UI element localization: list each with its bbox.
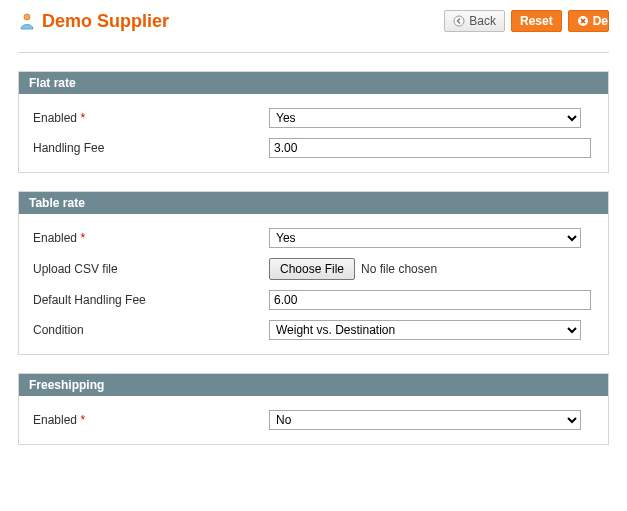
field-table-default-handling: Default Handling Fee bbox=[33, 290, 594, 310]
reset-button[interactable]: Reset bbox=[511, 10, 562, 32]
field-free-enabled: Enabled * No bbox=[33, 410, 594, 430]
value-flat-enabled: Yes bbox=[269, 108, 581, 128]
section-freeshipping: Freeshipping Enabled * No bbox=[18, 373, 609, 445]
label-text-table-enabled: Enabled bbox=[33, 231, 77, 245]
section-header-table-rate: Table rate bbox=[19, 192, 608, 214]
value-free-enabled: No bbox=[269, 410, 581, 430]
svg-point-0 bbox=[24, 14, 30, 20]
input-flat-handling[interactable] bbox=[269, 138, 591, 158]
value-table-default-handling bbox=[269, 290, 581, 310]
file-input-wrap: Choose File No file chosen bbox=[269, 258, 581, 280]
reset-button-label: Reset bbox=[520, 14, 553, 28]
value-flat-handling bbox=[269, 138, 581, 158]
choose-file-button[interactable]: Choose File bbox=[269, 258, 355, 280]
select-table-enabled[interactable]: Yes bbox=[269, 228, 581, 248]
required-mark: * bbox=[80, 413, 85, 427]
delete-icon bbox=[577, 15, 589, 27]
title-wrap: Demo Supplier bbox=[18, 11, 169, 32]
section-header-freeshipping: Freeshipping bbox=[19, 374, 608, 396]
value-table-enabled: Yes bbox=[269, 228, 581, 248]
file-status-text: No file chosen bbox=[361, 262, 437, 276]
field-table-enabled: Enabled * Yes bbox=[33, 228, 594, 248]
page-title: Demo Supplier bbox=[42, 11, 169, 32]
label-flat-handling: Handling Fee bbox=[33, 141, 269, 155]
back-icon bbox=[453, 15, 465, 27]
label-text-flat-enabled: Enabled bbox=[33, 111, 77, 125]
label-table-upload: Upload CSV file bbox=[33, 262, 269, 276]
select-table-condition[interactable]: Weight vs. Destination bbox=[269, 320, 581, 340]
field-table-condition: Condition Weight vs. Destination bbox=[33, 320, 594, 340]
supplier-icon bbox=[18, 12, 36, 30]
select-free-enabled[interactable]: No bbox=[269, 410, 581, 430]
section-body-flat-rate: Enabled * Yes Handling Fee bbox=[19, 94, 608, 172]
value-table-condition: Weight vs. Destination bbox=[269, 320, 581, 340]
required-mark: * bbox=[80, 111, 85, 125]
label-table-enabled: Enabled * bbox=[33, 231, 269, 245]
label-free-enabled: Enabled * bbox=[33, 413, 269, 427]
value-table-upload: Choose File No file chosen bbox=[269, 258, 581, 280]
page: Demo Supplier Back Reset bbox=[0, 0, 627, 483]
label-table-condition: Condition bbox=[33, 323, 269, 337]
section-flat-rate: Flat rate Enabled * Yes Handling Fee bbox=[18, 71, 609, 173]
svg-point-1 bbox=[454, 16, 464, 26]
select-flat-enabled[interactable]: Yes bbox=[269, 108, 581, 128]
input-table-default-handling[interactable] bbox=[269, 290, 591, 310]
field-flat-enabled: Enabled * Yes bbox=[33, 108, 594, 128]
field-table-upload: Upload CSV file Choose File No file chos… bbox=[33, 258, 594, 280]
field-flat-handling: Handling Fee bbox=[33, 138, 594, 158]
back-button-label: Back bbox=[469, 14, 496, 28]
label-text-free-enabled: Enabled bbox=[33, 413, 77, 427]
header-divider bbox=[18, 52, 609, 53]
page-header: Demo Supplier Back Reset bbox=[18, 10, 609, 46]
header-buttons: Back Reset De bbox=[444, 10, 609, 32]
delete-button[interactable]: De bbox=[568, 10, 609, 32]
section-header-flat-rate: Flat rate bbox=[19, 72, 608, 94]
section-body-table-rate: Enabled * Yes Upload CSV file Choose Fil… bbox=[19, 214, 608, 354]
section-table-rate: Table rate Enabled * Yes Upload CSV file bbox=[18, 191, 609, 355]
back-button[interactable]: Back bbox=[444, 10, 505, 32]
label-flat-enabled: Enabled * bbox=[33, 111, 269, 125]
delete-button-label: De bbox=[593, 14, 608, 28]
label-table-default-handling: Default Handling Fee bbox=[33, 293, 269, 307]
required-mark: * bbox=[80, 231, 85, 245]
section-body-freeshipping: Enabled * No bbox=[19, 396, 608, 444]
